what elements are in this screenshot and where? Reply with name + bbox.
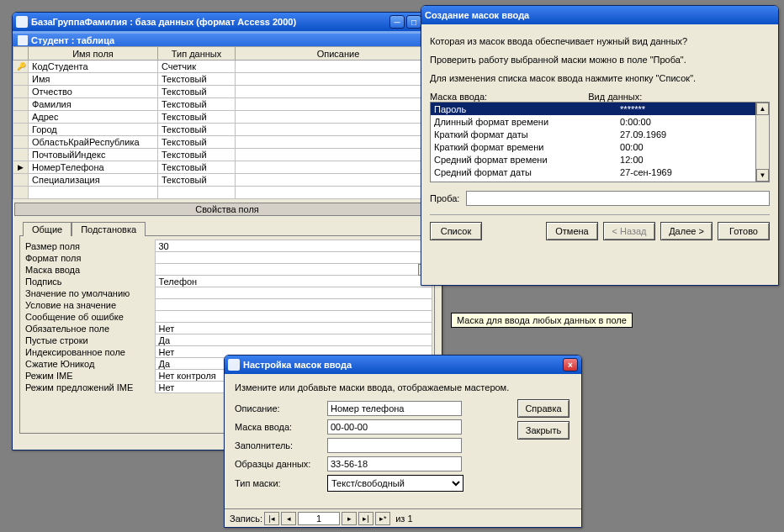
prop-value[interactable]: 30	[155, 240, 432, 252]
prop-label: Размер поля	[22, 240, 155, 252]
row-marker[interactable]: 🔑	[13, 61, 29, 73]
wizard-titlebar[interactable]: Создание масок ввода	[421, 6, 778, 24]
prop-value[interactable]	[155, 311, 432, 323]
mask-list-row[interactable]: Пароль*******	[431, 103, 769, 115]
sample-label: Образцы данных:	[235, 459, 319, 469]
field-name-cell[interactable]: Специализация	[29, 174, 158, 187]
prop-value[interactable]: Нет	[155, 323, 432, 334]
field-desc-cell[interactable]	[236, 136, 442, 149]
finish-button[interactable]: Готово	[718, 222, 770, 240]
mask-list-row[interactable]: Краткий формат даты27.09.1969	[431, 128, 769, 140]
field-desc-cell[interactable]	[236, 149, 442, 161]
customize-titlebar[interactable]: Настройка масок ввода ×	[225, 356, 581, 374]
row-marker[interactable]	[13, 136, 29, 149]
prop-value[interactable]	[155, 252, 432, 264]
field-desc-cell[interactable]	[236, 124, 442, 136]
row-marker[interactable]	[13, 98, 29, 111]
col-desc[interactable]: Описание	[236, 47, 442, 61]
field-type-cell[interactable]: Текстовый	[158, 86, 236, 98]
type-label: Тип маски:	[235, 478, 319, 488]
nav-prev-button[interactable]: ◂	[281, 512, 296, 525]
minimize-button[interactable]: ─	[389, 15, 405, 29]
field-desc-cell[interactable]	[236, 111, 442, 124]
list-button[interactable]: Список	[430, 222, 482, 240]
back-button[interactable]: < Назад	[603, 222, 655, 240]
field-type-cell[interactable]: Текстовый	[158, 98, 236, 111]
help-button[interactable]: Справка	[517, 399, 569, 418]
mask-list[interactable]: Пароль*******Длинный формат времени0:00:…	[430, 102, 770, 182]
field-type-cell[interactable]: Текстовый	[158, 149, 236, 161]
nav-record-input[interactable]	[298, 512, 340, 525]
field-name-cell[interactable]: Имя	[29, 73, 158, 86]
db-titlebar[interactable]: БазаГруппаФамилия : база данных (формат …	[13, 13, 442, 31]
nav-last-button[interactable]: ▸|	[358, 512, 373, 525]
customize-masks-window: Настройка масок ввода × Измените или доб…	[224, 355, 582, 528]
mask-list-row[interactable]: Краткий формат времени00:00	[431, 140, 769, 153]
sample-input[interactable]	[327, 456, 462, 471]
field-desc-cell[interactable]	[236, 174, 442, 187]
nav-of-label: из 1	[395, 514, 412, 524]
nav-next-button[interactable]: ▸	[342, 512, 357, 525]
cancel-button[interactable]: Отмена	[546, 222, 598, 240]
mask-list-row[interactable]: Средний формат времени12:00	[431, 153, 769, 166]
next-button[interactable]: Далее >	[660, 222, 712, 240]
field-grid[interactable]: Имя поля Тип данных Описание 🔑 КодСтуден…	[13, 46, 442, 199]
scroll-up-button[interactable]: ▲	[756, 103, 769, 115]
wizard-text1: Которая из масок ввода обеспечивает нужн…	[430, 36, 770, 46]
prop-value[interactable]: Да	[155, 334, 432, 346]
tab-general[interactable]: Общие	[23, 222, 72, 236]
fill-input[interactable]	[327, 438, 462, 453]
row-marker[interactable]	[13, 73, 29, 86]
field-name-cell[interactable]: Фамилия	[29, 98, 158, 111]
field-name-cell[interactable]: Адрес	[29, 111, 158, 124]
mask-list-row[interactable]: Длинный формат времени0:00:00	[431, 115, 769, 128]
close-form-button[interactable]: Закрыть	[517, 421, 569, 440]
prop-label: Формат поля	[22, 252, 155, 264]
prop-value[interactable]	[155, 299, 432, 311]
col-type[interactable]: Тип данных	[158, 47, 236, 61]
field-name-cell[interactable]: Город	[29, 124, 158, 136]
field-type-cell[interactable]: Счетчик	[158, 61, 236, 73]
row-marker[interactable]: ▶	[13, 161, 29, 174]
row-marker[interactable]	[13, 111, 29, 124]
field-name-cell[interactable]: Отчество	[29, 86, 158, 98]
row-marker[interactable]	[13, 149, 29, 161]
field-desc-cell[interactable]	[236, 73, 442, 86]
nav-new-button[interactable]: ▸*	[375, 512, 390, 525]
field-desc-cell[interactable]	[236, 86, 442, 98]
prop-value[interactable]	[155, 287, 432, 299]
field-type-cell[interactable]: Текстовый	[158, 161, 236, 174]
tab-lookup[interactable]: Подстановка	[72, 222, 146, 236]
row-marker[interactable]	[13, 124, 29, 136]
type-select[interactable]: Текст/свободный	[327, 475, 464, 492]
maximize-button[interactable]: □	[406, 15, 421, 29]
prop-label: Значение по умолчанию	[22, 287, 155, 299]
field-type-cell[interactable]: Текстовый	[158, 136, 236, 149]
tooltip-hint: Маска для ввода любых данных в поле	[451, 313, 633, 328]
desc-input[interactable]	[327, 401, 462, 416]
row-marker[interactable]	[13, 174, 29, 187]
prop-value[interactable]: Телефон	[155, 276, 432, 287]
row-marker[interactable]	[13, 86, 29, 98]
field-desc-cell[interactable]	[236, 161, 442, 174]
customize-close-button[interactable]: ×	[563, 358, 578, 371]
nav-first-button[interactable]: |◂	[264, 512, 279, 525]
mask-label: Маска ввода:	[235, 422, 319, 432]
try-input[interactable]	[466, 191, 770, 206]
prop-value[interactable]: …	[155, 264, 432, 276]
field-name-cell[interactable]: НомерТелефона	[29, 161, 158, 174]
mask-list-row[interactable]: Средний формат даты27-сен-1969	[431, 166, 769, 178]
col-name[interactable]: Имя поля	[29, 47, 158, 61]
field-desc-cell[interactable]	[236, 61, 442, 73]
field-type-cell[interactable]: Текстовый	[158, 174, 236, 187]
field-name-cell[interactable]: КодСтудента	[29, 61, 158, 73]
field-type-cell[interactable]: Текстовый	[158, 73, 236, 86]
field-name-cell[interactable]: ПочтовыйИндекс	[29, 149, 158, 161]
field-desc-cell[interactable]	[236, 98, 442, 111]
mask-input[interactable]	[327, 419, 462, 435]
field-type-cell[interactable]: Текстовый	[158, 124, 236, 136]
scroll-down-button[interactable]: ▼	[756, 169, 769, 182]
mask-list-scrollbar[interactable]: ▲ ▼	[755, 103, 769, 182]
field-type-cell[interactable]: Текстовый	[158, 111, 236, 124]
field-name-cell[interactable]: ОбластьКрайРеспублика	[29, 136, 158, 149]
